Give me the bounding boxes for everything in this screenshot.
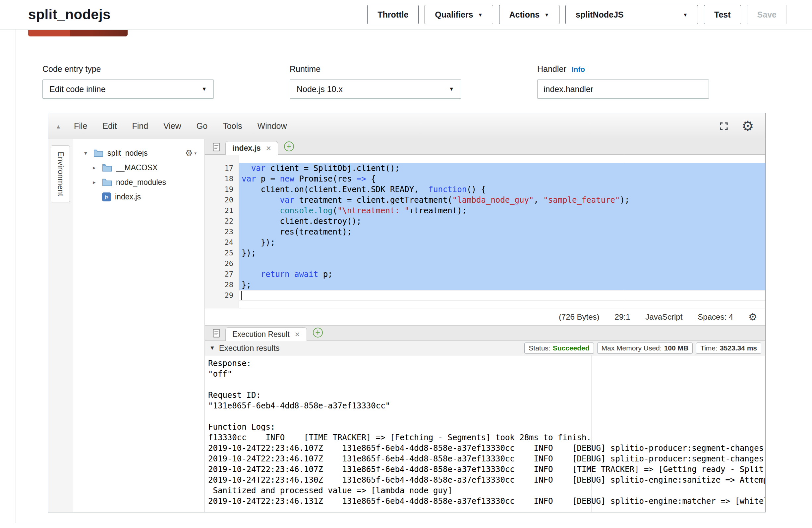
caret-down-icon[interactable]: ▾ [84,150,93,157]
ide-body: Environment ▾ split_nodejs ⚙ ▾ ▸ [48,139,765,512]
add-tab-icon[interactable]: + [284,142,294,151]
header-actions: Throttle Qualifiers ▼ Actions ▼ splitNod… [367,5,787,24]
tree-item-label: __MACOSX [116,163,157,172]
log-line [208,379,765,390]
log-line [208,411,765,422]
tab-indexjs[interactable]: index.js × [226,141,278,155]
code-line[interactable]: var p = new Promise(res => { [239,174,765,184]
ide-menubar: ▴ FileEditFindViewGoToolsWindow ⚙ [48,113,765,139]
alias-select-value: splitNodeJS [576,10,623,19]
menu-item-window[interactable]: Window [256,120,289,132]
save-button-label: Save [757,10,777,19]
handler-input[interactable] [537,79,709,99]
save-button[interactable]: Save [747,5,787,24]
code-entry-type-select[interactable]: Edit code inline ▼ [42,79,214,99]
code-line[interactable]: client.destroy(); [239,216,765,226]
language-mode[interactable]: JavaScript [645,312,682,322]
alias-select[interactable]: splitNodeJS ▼ [565,5,698,24]
tree-item-label: index.js [115,192,141,201]
page-title: split_nodejs [28,6,111,23]
folder-icon [102,178,112,186]
code-line[interactable]: }; [239,280,765,290]
menu-item-view[interactable]: View [161,120,183,132]
content-bottom-border [16,523,812,523]
editor-column: index.js × + 17181920212223242526272829 … [205,139,765,512]
log-line: 2019-10-24T22:23:46.131Z 131e865f-6eb4-4… [208,496,765,507]
editor-settings-gear-icon[interactable]: ⚙ [748,312,757,322]
environment-tab-label: Environment [56,152,65,196]
log-line: Request ID: [208,390,765,400]
menu-items: FileEditFindViewGoToolsWindow [72,120,289,132]
gutter-line-number: 19 [205,184,238,195]
code-area[interactable]: var client = SplitObj.client();var p = n… [239,155,765,308]
log-line: 2019-10-24T22:23:46.107Z 131e865f-6eb4-4… [208,443,765,453]
tree-item-label: node_modules [116,178,166,187]
code-line[interactable]: res(treatment); [239,226,765,237]
close-icon[interactable]: × [266,143,271,153]
handler-label: Handler Info [537,64,709,74]
handler-info-link[interactable]: Info [572,65,585,74]
code-entry-type-label: Code entry type [42,64,214,74]
qualifiers-button-label: Qualifiers [435,10,473,19]
handler-group: Handler Info [537,64,709,99]
log-line: Response: [208,358,765,369]
tree-item-indexjs[interactable]: js index.js [73,189,204,204]
gutter-line-number: 20 [205,195,238,205]
document-icon[interactable] [213,329,220,338]
runtime-select[interactable]: Node.js 10.x ▼ [290,79,461,99]
ide-settings-gear-icon[interactable]: ⚙ [741,119,754,133]
throttle-button[interactable]: Throttle [367,5,419,24]
menu-item-file[interactable]: File [72,120,89,132]
time-badge: Time: 3523.34 ms [696,342,761,354]
actions-button[interactable]: Actions ▼ [499,5,560,24]
code-line[interactable]: var treatment = client.getTreatment("lam… [239,195,765,205]
menu-item-edit[interactable]: Edit [100,120,119,132]
test-button-label: Test [714,10,731,19]
add-tab-icon[interactable]: + [313,327,323,338]
gutter-line-number: 18 [205,174,238,184]
tab-execution-result[interactable]: Execution Result × [226,327,307,341]
code-line[interactable] [239,290,765,301]
tree-item-label: split_nodejs [107,149,147,158]
caret-right-icon[interactable]: ▸ [93,179,102,186]
collapse-menu-icon[interactable]: ▴ [57,122,60,130]
caret-down-icon: ▼ [202,86,207,92]
code-pane[interactable]: 17181920212223242526272829 var client = … [205,155,765,308]
gutter-line-number: 17 [205,163,238,174]
environment-tab[interactable]: Environment [51,145,70,202]
project-settings-button[interactable]: ⚙ ▾ [185,149,197,157]
code-line[interactable]: }); [239,248,765,258]
runtime-label: Runtime [290,64,461,74]
caret-down-icon: ▼ [544,12,549,17]
tree-item-root[interactable]: ▾ split_nodejs ⚙ ▾ [73,146,204,160]
code-line[interactable]: }); [239,237,765,248]
code-line[interactable]: console.log("\ntreatment: "+treatment); [239,205,765,216]
caret-down-icon: ▼ [478,12,483,17]
document-icon[interactable] [213,143,220,151]
caret-down-icon: ▼ [449,86,454,92]
menu-item-go[interactable]: Go [194,120,209,132]
tree-item-node-modules[interactable]: ▸ node_modules [73,175,204,189]
code-line[interactable] [239,258,765,269]
code-line[interactable]: client.on(client.Event.SDK_READY, functi… [239,184,765,195]
menu-item-find[interactable]: Find [130,120,150,132]
qualifiers-button[interactable]: Qualifiers ▼ [424,5,493,24]
status-value: Succeeded [553,344,590,352]
collapse-results-icon[interactable]: ▼ [209,345,215,351]
test-button[interactable]: Test [704,5,741,24]
code-entry-type-group: Code entry type Edit code inline ▼ [42,64,214,99]
caret-right-icon[interactable]: ▸ [93,164,102,171]
close-icon[interactable]: × [295,329,300,339]
tree-item-macosx[interactable]: ▸ __MACOSX [73,160,204,175]
indent-setting[interactable]: Spaces: 4 [698,312,733,322]
execution-log: Response:"off"Request ID:"131e865f-6eb4-… [205,355,765,512]
code-line[interactable]: var client = SplitObj.client(); [239,163,765,174]
fullscreen-icon[interactable] [719,121,729,131]
folder-icon [102,164,112,172]
menu-item-tools[interactable]: Tools [221,120,244,132]
code-line[interactable]: return await p; [239,269,765,280]
code-entry-type-value: Edit code inline [49,85,106,94]
execution-results-title: Execution results [219,343,280,353]
log-line: Function Logs: [208,422,765,432]
gutter-line-number: 27 [205,269,238,280]
